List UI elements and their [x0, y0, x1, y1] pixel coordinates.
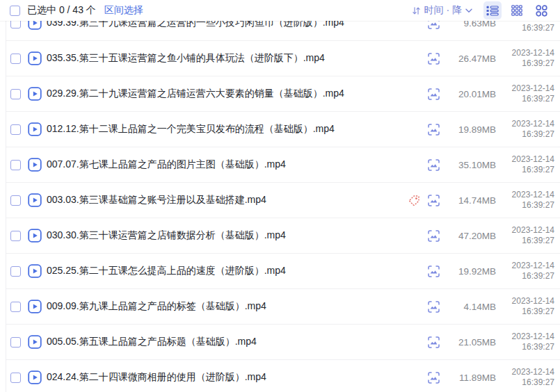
preview-thumbnail-icon[interactable]: [427, 265, 440, 278]
row-checkbox[interactable]: [10, 124, 21, 135]
file-datetime: 2023-12-14 16:39:27: [499, 190, 554, 211]
file-name[interactable]: 007.07.第七课上品篇之产品的图片主图（基础版）.mp4: [47, 158, 407, 171]
preview-thumbnail-icon[interactable]: [427, 194, 440, 207]
file-date: 2023-12-14: [499, 190, 554, 200]
file-date: 2023-12-14: [499, 367, 554, 377]
file-row[interactable]: 012.12.第十二课上品篇之一个完美宝贝发布的流程（基础版）.mp4: [6, 112, 560, 147]
preview-thumbnail-icon[interactable]: [427, 371, 440, 384]
file-name[interactable]: 035.35.第三十五课运营篇之鱼小铺的具体玩法（进阶版下）.mp4: [47, 52, 407, 65]
row-actions: [407, 371, 440, 384]
list-view-button[interactable]: [483, 1, 502, 19]
file-size: 19.92MB: [443, 266, 496, 277]
preview-thumbnail-icon[interactable]: [427, 336, 440, 349]
preview-thumbnail-icon[interactable]: [427, 300, 440, 313]
video-file-icon: [28, 229, 42, 243]
file-time: 16:39:27: [499, 307, 554, 317]
tag-icon[interactable]: [408, 194, 421, 207]
preview-thumbnail-icon[interactable]: [427, 52, 440, 65]
row-actions: [407, 194, 440, 207]
file-time: 16:39:27: [499, 94, 554, 104]
file-date: 2023-12-14: [499, 296, 554, 307]
file-size: 26.47MB: [443, 54, 496, 64]
video-file-icon: [28, 264, 42, 278]
file-datetime: 2023-12-14 16:39:27: [499, 48, 554, 69]
file-size: 14.74MB: [443, 195, 496, 206]
row-checkbox[interactable]: [10, 231, 21, 241]
video-file-icon: [28, 122, 42, 136]
file-name[interactable]: 003.03.第三课基础篇之账号注册以及基础搭建.mp4: [47, 194, 407, 206]
row-actions: [407, 123, 440, 136]
row-actions: [407, 265, 440, 278]
large-grid-view-icon: [536, 5, 547, 17]
sort-control[interactable]: 时间 · 降: [412, 4, 472, 17]
view-toggle: [483, 1, 550, 19]
file-time: 16:39:27: [499, 236, 554, 246]
file-datetime: 2023-12-14 16:39:27: [499, 225, 554, 246]
file-datetime: 2023-12-14 16:39:27: [499, 367, 554, 388]
file-size: 21.05MB: [443, 337, 496, 348]
file-name[interactable]: 005.05.第五课上品篇之产品标题（基础版）.mp4: [47, 336, 407, 348]
file-date: 2023-12-14: [499, 83, 554, 94]
file-row[interactable]: 035.35.第三十五课运营篇之鱼小铺的具体玩法（进阶版下）.mp4: [6, 41, 560, 76]
row-actions: [407, 158, 440, 172]
preview-thumbnail-icon[interactable]: [427, 88, 440, 101]
row-actions: [407, 52, 440, 65]
preview-thumbnail-icon[interactable]: [427, 229, 440, 243]
file-row[interactable]: 030.30.第三十课运营篇之店铺数据分析（基础版）.mp4: [6, 218, 560, 254]
file-size: 4.14MB: [443, 302, 496, 312]
file-date: 2023-12-14: [499, 119, 554, 129]
row-checkbox[interactable]: [10, 160, 21, 170]
row-actions: [407, 88, 440, 101]
file-datetime: 2023-12-14 16:39:27: [499, 261, 554, 281]
video-file-icon: [28, 87, 42, 101]
file-row[interactable]: 009.09.第九课上品篇之产品的标签（基础版）.mp4: [6, 289, 560, 325]
file-name[interactable]: 029.29.第二十九课运营篇之店铺运营六大要素的销量（基础版）.mp4: [47, 88, 407, 100]
file-row[interactable]: 025.25.第二十五课怎么提高上品的速度（进阶版）.mp4: [6, 254, 560, 289]
file-size: 35.10MB: [443, 160, 496, 170]
range-select-link[interactable]: 区间选择: [104, 4, 143, 17]
file-time: 16:39:27: [499, 58, 554, 69]
file-row[interactable]: 024.24.第二十四课微商相册的使用（进阶版）.mp4: [6, 360, 560, 392]
row-checkbox[interactable]: [10, 337, 21, 348]
sort-arrows-icon: [412, 6, 421, 15]
row-actions: [407, 336, 440, 349]
file-row[interactable]: 003.03.第三课基础篇之账号注册以及基础搭建.mp4: [6, 183, 560, 218]
row-checkbox[interactable]: [10, 54, 21, 64]
list-view-icon: [486, 6, 499, 16]
file-row[interactable]: 007.07.第七课上品篇之产品的图片主图（基础版）.mp4: [6, 147, 560, 183]
file-datetime: 2023-12-14 16:39:27: [499, 83, 554, 104]
row-checkbox[interactable]: [10, 89, 21, 99]
file-datetime: 2023-12-14 16:39:27: [499, 332, 554, 352]
selection-count-label: 已选中 0 / 43 个: [27, 4, 96, 17]
file-name[interactable]: 030.30.第三十课运营篇之店铺数据分析（基础版）.mp4: [47, 229, 407, 242]
preview-thumbnail-icon[interactable]: [427, 123, 440, 136]
file-size: 20.01MB: [443, 89, 496, 99]
grid-view-button[interactable]: [508, 1, 526, 19]
row-actions: [407, 300, 440, 313]
preview-thumbnail-icon[interactable]: [427, 158, 440, 172]
file-row[interactable]: 029.29.第二十九课运营篇之店铺运营六大要素的销量（基础版）.mp4: [6, 76, 560, 112]
large-grid-view-button[interactable]: [532, 1, 550, 19]
video-file-icon: [28, 51, 42, 65]
row-checkbox[interactable]: [10, 302, 21, 312]
file-time: 16:39:27: [499, 342, 554, 352]
file-name[interactable]: 025.25.第二十五课怎么提高上品的速度（进阶版）.mp4: [47, 265, 407, 277]
file-date: 2023-12-14: [499, 261, 554, 271]
video-file-icon: [28, 335, 42, 349]
file-time: 16:39:27: [499, 200, 554, 211]
select-all-checkbox[interactable]: [10, 6, 20, 16]
file-manager-screen: 039.39.第三十九课运营篇之运营的一些小技巧闲鱼币（进阶版）.mp4: [0, 0, 560, 392]
video-file-icon: [28, 193, 42, 207]
file-size: 47.20MB: [443, 231, 496, 241]
file-date: 2023-12-14: [499, 332, 554, 342]
row-checkbox[interactable]: [10, 195, 21, 206]
video-file-icon: [28, 158, 42, 172]
grid-view-icon: [511, 5, 522, 16]
sort-label: 时间 · 降: [424, 4, 462, 17]
file-name[interactable]: 024.24.第二十四课微商相册的使用（进阶版）.mp4: [47, 371, 407, 384]
row-checkbox[interactable]: [10, 373, 21, 383]
file-row[interactable]: 005.05.第五课上品篇之产品标题（基础版）.mp4: [6, 325, 560, 360]
file-name[interactable]: 012.12.第十二课上品篇之一个完美宝贝发布的流程（基础版）.mp4: [47, 123, 407, 136]
row-checkbox[interactable]: [10, 266, 21, 277]
file-name[interactable]: 009.09.第九课上品篇之产品的标签（基础版）.mp4: [47, 300, 407, 313]
